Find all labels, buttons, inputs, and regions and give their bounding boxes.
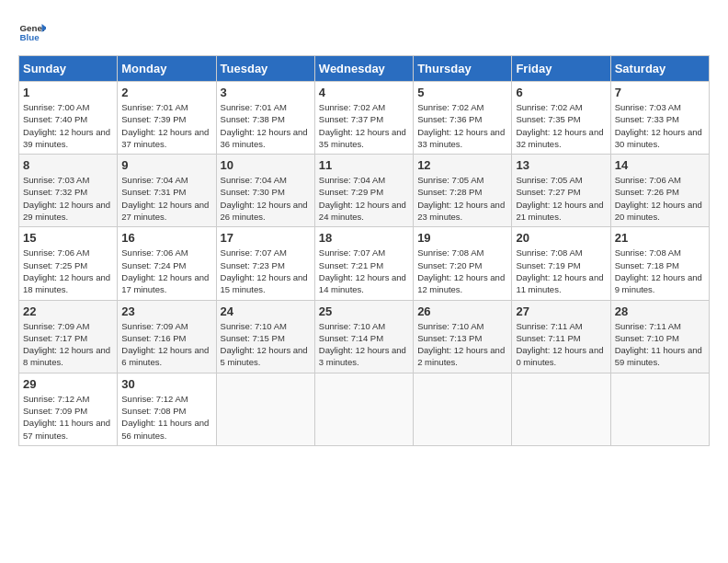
day-header-wednesday: Wednesday (314, 56, 413, 82)
day-info: Sunrise: 7:04 AMSunset: 7:31 PMDaylight:… (121, 174, 211, 223)
day-number: 8 (23, 158, 113, 172)
day-info: Sunrise: 7:09 AMSunset: 7:17 PMDaylight:… (23, 320, 113, 369)
day-info: Sunrise: 7:08 AMSunset: 7:20 PMDaylight:… (417, 247, 507, 295)
calendar-cell: 2 Sunrise: 7:01 AMSunset: 7:39 PMDayligh… (118, 82, 216, 155)
day-info: Sunrise: 7:10 AMSunset: 7:13 PMDaylight:… (417, 320, 507, 369)
day-number: 22 (23, 304, 113, 318)
day-info: Sunrise: 7:10 AMSunset: 7:15 PMDaylight:… (221, 320, 311, 369)
day-number: 7 (615, 86, 705, 99)
calendar-cell: 21 Sunrise: 7:08 AMSunset: 7:18 PMDaylig… (610, 227, 709, 300)
svg-text:Blue: Blue (20, 32, 40, 42)
calendar-cell: 7 Sunrise: 7:03 AMSunset: 7:33 PMDayligh… (610, 82, 709, 155)
day-number: 1 (23, 86, 113, 99)
calendar-cell (414, 373, 512, 445)
day-info: Sunrise: 7:04 AMSunset: 7:30 PMDaylight:… (221, 174, 311, 223)
calendar-cell: 16 Sunrise: 7:06 AMSunset: 7:24 PMDaylig… (118, 227, 216, 300)
day-info: Sunrise: 7:06 AMSunset: 7:25 PMDaylight:… (23, 247, 113, 295)
day-number: 25 (319, 304, 409, 318)
calendar-cell: 19 Sunrise: 7:08 AMSunset: 7:20 PMDaylig… (414, 227, 512, 300)
day-number: 24 (221, 304, 311, 318)
day-number: 15 (23, 231, 113, 245)
calendar-cell: 15 Sunrise: 7:06 AMSunset: 7:25 PMDaylig… (19, 227, 118, 300)
day-info: Sunrise: 7:01 AMSunset: 7:39 PMDaylight:… (121, 101, 211, 150)
week-row-5: 29 Sunrise: 7:12 AMSunset: 7:09 PMDaylig… (19, 373, 710, 445)
day-number: 2 (121, 86, 211, 99)
day-info: Sunrise: 7:07 AMSunset: 7:21 PMDaylight:… (319, 247, 409, 295)
day-info: Sunrise: 7:11 AMSunset: 7:10 PMDaylight:… (615, 320, 705, 369)
calendar-cell (216, 373, 314, 445)
day-number: 27 (516, 304, 606, 318)
day-info: Sunrise: 7:09 AMSunset: 7:16 PMDaylight:… (121, 320, 211, 369)
calendar-cell: 4 Sunrise: 7:02 AMSunset: 7:37 PMDayligh… (314, 82, 413, 155)
day-number: 12 (417, 158, 507, 172)
day-number: 13 (516, 158, 606, 172)
day-info: Sunrise: 7:03 AMSunset: 7:33 PMDaylight:… (615, 101, 705, 150)
day-info: Sunrise: 7:08 AMSunset: 7:18 PMDaylight:… (615, 247, 705, 295)
day-header-tuesday: Tuesday (216, 56, 314, 82)
day-info: Sunrise: 7:02 AMSunset: 7:35 PMDaylight:… (516, 101, 606, 150)
day-number: 14 (615, 158, 705, 172)
day-info: Sunrise: 7:11 AMSunset: 7:11 PMDaylight:… (516, 320, 606, 369)
day-number: 5 (417, 86, 507, 99)
day-info: Sunrise: 7:04 AMSunset: 7:29 PMDaylight:… (319, 174, 409, 223)
calendar-cell: 23 Sunrise: 7:09 AMSunset: 7:16 PMDaylig… (118, 300, 216, 373)
week-row-2: 8 Sunrise: 7:03 AMSunset: 7:32 PMDayligh… (19, 155, 710, 227)
day-header-monday: Monday (118, 56, 216, 82)
day-info: Sunrise: 7:06 AMSunset: 7:24 PMDaylight:… (121, 247, 211, 295)
calendar-cell: 1 Sunrise: 7:00 AMSunset: 7:40 PMDayligh… (19, 82, 118, 155)
day-header-friday: Friday (512, 56, 610, 82)
day-number: 23 (121, 304, 211, 318)
week-row-1: 1 Sunrise: 7:00 AMSunset: 7:40 PMDayligh… (19, 82, 710, 155)
calendar-table: SundayMondayTuesdayWednesdayThursdayFrid… (18, 55, 710, 446)
calendar-cell: 5 Sunrise: 7:02 AMSunset: 7:36 PMDayligh… (414, 82, 512, 155)
day-header-thursday: Thursday (414, 56, 512, 82)
day-number: 21 (615, 231, 705, 245)
calendar-cell (512, 373, 610, 445)
day-info: Sunrise: 7:07 AMSunset: 7:23 PMDaylight:… (221, 247, 311, 295)
calendar-cell: 27 Sunrise: 7:11 AMSunset: 7:11 PMDaylig… (512, 300, 610, 373)
day-number: 30 (121, 377, 211, 391)
calendar-cell: 14 Sunrise: 7:06 AMSunset: 7:26 PMDaylig… (610, 155, 709, 227)
day-info: Sunrise: 7:01 AMSunset: 7:38 PMDaylight:… (221, 101, 311, 150)
calendar-cell: 18 Sunrise: 7:07 AMSunset: 7:21 PMDaylig… (314, 227, 413, 300)
calendar-cell: 10 Sunrise: 7:04 AMSunset: 7:30 PMDaylig… (216, 155, 314, 227)
day-number: 4 (319, 86, 409, 99)
day-info: Sunrise: 7:12 AMSunset: 7:08 PMDaylight:… (121, 393, 211, 442)
calendar-cell: 28 Sunrise: 7:11 AMSunset: 7:10 PMDaylig… (610, 300, 709, 373)
day-number: 28 (615, 304, 705, 318)
day-info: Sunrise: 7:10 AMSunset: 7:14 PMDaylight:… (319, 320, 409, 369)
day-info: Sunrise: 7:03 AMSunset: 7:32 PMDaylight:… (23, 174, 113, 223)
logo: General Blue (18, 18, 51, 46)
day-number: 18 (319, 231, 409, 245)
week-row-4: 22 Sunrise: 7:09 AMSunset: 7:17 PMDaylig… (19, 300, 710, 373)
day-number: 17 (221, 231, 311, 245)
day-info: Sunrise: 7:12 AMSunset: 7:09 PMDaylight:… (23, 393, 113, 442)
calendar-cell: 22 Sunrise: 7:09 AMSunset: 7:17 PMDaylig… (19, 300, 118, 373)
day-info: Sunrise: 7:06 AMSunset: 7:26 PMDaylight:… (615, 174, 705, 223)
calendar-cell: 17 Sunrise: 7:07 AMSunset: 7:23 PMDaylig… (216, 227, 314, 300)
calendar-cell: 13 Sunrise: 7:05 AMSunset: 7:27 PMDaylig… (512, 155, 610, 227)
day-number: 19 (417, 231, 507, 245)
day-number: 3 (221, 86, 311, 99)
calendar-cell: 29 Sunrise: 7:12 AMSunset: 7:09 PMDaylig… (19, 373, 118, 445)
calendar-cell: 12 Sunrise: 7:05 AMSunset: 7:28 PMDaylig… (414, 155, 512, 227)
calendar-cell: 25 Sunrise: 7:10 AMSunset: 7:14 PMDaylig… (314, 300, 413, 373)
calendar-cell: 11 Sunrise: 7:04 AMSunset: 7:29 PMDaylig… (314, 155, 413, 227)
day-info: Sunrise: 7:02 AMSunset: 7:37 PMDaylight:… (319, 101, 409, 150)
days-header-row: SundayMondayTuesdayWednesdayThursdayFrid… (19, 56, 710, 82)
calendar-cell: 6 Sunrise: 7:02 AMSunset: 7:35 PMDayligh… (512, 82, 610, 155)
page-header: General Blue (18, 18, 710, 46)
day-number: 10 (221, 158, 311, 172)
calendar-cell: 26 Sunrise: 7:10 AMSunset: 7:13 PMDaylig… (414, 300, 512, 373)
calendar-cell: 30 Sunrise: 7:12 AMSunset: 7:08 PMDaylig… (118, 373, 216, 445)
day-info: Sunrise: 7:05 AMSunset: 7:28 PMDaylight:… (417, 174, 507, 223)
calendar-cell: 3 Sunrise: 7:01 AMSunset: 7:38 PMDayligh… (216, 82, 314, 155)
day-number: 6 (516, 86, 606, 99)
calendar-cell (314, 373, 413, 445)
calendar-cell (610, 373, 709, 445)
day-number: 26 (417, 304, 507, 318)
day-number: 20 (516, 231, 606, 245)
day-info: Sunrise: 7:05 AMSunset: 7:27 PMDaylight:… (516, 174, 606, 223)
calendar-cell: 9 Sunrise: 7:04 AMSunset: 7:31 PMDayligh… (118, 155, 216, 227)
day-number: 16 (121, 231, 211, 245)
